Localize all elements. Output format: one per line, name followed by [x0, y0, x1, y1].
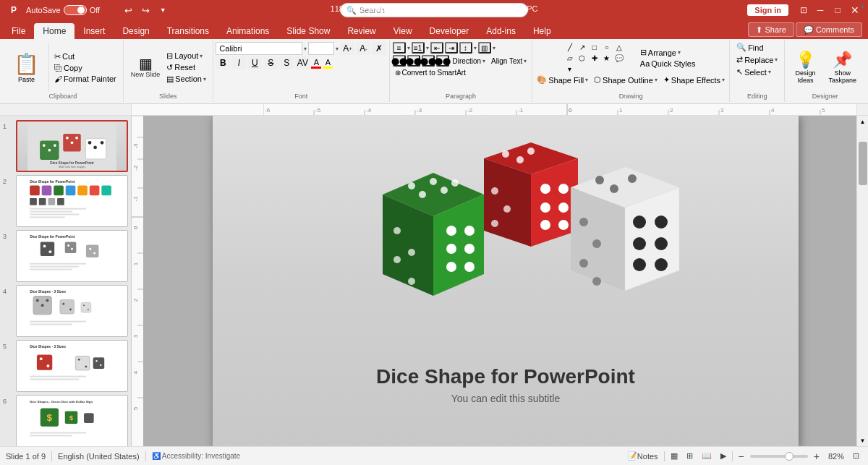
share-button[interactable]: ⬆ Share	[748, 22, 793, 37]
slide-item-2[interactable]: 2 Dice Shape for PowerPoint	[3, 175, 128, 227]
copy-button[interactable]: ⿻ Copy	[52, 63, 119, 73]
shapes-more[interactable]: ▾	[564, 64, 576, 74]
scroll-up-button[interactable]: ▲	[857, 116, 869, 127]
bold-button[interactable]: B	[216, 56, 230, 69]
tab-file[interactable]: File	[3, 23, 34, 39]
shape-line[interactable]: ╱	[564, 42, 576, 52]
slide-canvas[interactable]: Dice Shape for PowerPoint You can edit t…	[213, 116, 799, 446]
scroll-thumb[interactable]	[859, 142, 867, 185]
show-taskpane-button[interactable]: 📌 ShowTaskpane	[824, 49, 861, 85]
fit-slide-button[interactable]: ⊡	[850, 451, 862, 461]
cut-button[interactable]: ✂ Cut	[52, 51, 119, 62]
tab-view[interactable]: View	[385, 23, 421, 39]
slide-item-6[interactable]: 6 Dice Shapes - Green Dice with Dollar S…	[3, 395, 128, 446]
shape-fill-button[interactable]: 🎨 Shape Fill ▾	[535, 74, 590, 85]
increase-font-button[interactable]: A+	[340, 42, 354, 55]
autosave-toggle[interactable]	[64, 5, 87, 15]
customize-qat-button[interactable]: ▼	[156, 4, 169, 17]
shape-tri[interactable]: △	[613, 42, 625, 52]
align-text-button[interactable]: Align Text ▾	[489, 56, 529, 66]
maximize-button[interactable]: □	[830, 3, 845, 17]
zoom-in-button[interactable]: +	[811, 450, 822, 463]
char-spacing-button[interactable]: AV	[295, 56, 310, 69]
slide-text-area[interactable]: Dice Shape for PowerPoint You can edit t…	[213, 365, 799, 404]
line-spacing-dropdown[interactable]: ▾	[474, 45, 477, 51]
format-painter-button[interactable]: 🖌 Format Painter	[52, 74, 119, 84]
replace-button[interactable]: ⇄ Replace ▾	[734, 54, 780, 65]
undo-button[interactable]: ↩	[122, 4, 135, 17]
zoom-out-button[interactable]: −	[736, 450, 747, 463]
arrange-button[interactable]: ⊟ Arrange ▾	[638, 47, 698, 58]
font-name-dropdown[interactable]: ▾	[304, 46, 307, 52]
tab-slideshow[interactable]: Slide Show	[278, 23, 339, 39]
align-left-button[interactable]: ⬤⬤	[393, 55, 406, 67]
restore-window-icon[interactable]: ⊡	[797, 4, 810, 17]
reset-button[interactable]: ↺ Reset	[164, 62, 208, 73]
shape-rect[interactable]: □	[589, 42, 600, 52]
slide-thumb-3[interactable]: Dice Shape for PowerPoint	[16, 230, 128, 282]
ribbon-collapse-button[interactable]: ▲	[859, 1, 867, 9]
underline-button[interactable]: U	[247, 56, 262, 69]
line-spacing-button[interactable]: ↕	[459, 42, 472, 54]
minimize-button[interactable]: ─	[813, 3, 827, 17]
tab-insert[interactable]: Insert	[75, 23, 114, 39]
slide-thumb-6[interactable]: Dice Shapes - Green Dice with Dollar Sig…	[16, 395, 128, 446]
shape-hex[interactable]: ⬡	[576, 53, 588, 63]
increase-indent-button[interactable]: ⇥	[445, 42, 458, 54]
decrease-font-button[interactable]: A-	[356, 42, 370, 55]
zoom-slider[interactable]	[750, 455, 808, 458]
text-direction-button[interactable]: Direction ▾	[451, 56, 488, 66]
slide-item-5[interactable]: 5 Dice Shapes - 3 Sizes	[3, 340, 128, 392]
signin-button[interactable]: Sign in	[747, 4, 788, 16]
slide-item-3[interactable]: 3 Dice Shape for PowerPoint	[3, 230, 128, 282]
layout-button[interactable]: ⊟ Layout ▾	[164, 51, 208, 61]
shape-arrow[interactable]: ↗	[576, 42, 588, 52]
comments-button[interactable]: 💬 Comments	[796, 22, 862, 37]
shape-ellipse[interactable]: ○	[601, 42, 613, 52]
save-button[interactable]	[104, 4, 117, 17]
quick-styles-button[interactable]: Aa Quick Styles	[638, 59, 698, 69]
convert-smartart-button[interactable]: ⊛ Convert to SmartArt	[393, 68, 468, 77]
slideshow-button[interactable]: ▶	[718, 451, 729, 461]
paste-button[interactable]: 📋 Paste	[7, 50, 46, 85]
section-button[interactable]: ▤ Section ▾	[164, 74, 208, 85]
tab-review[interactable]: Review	[339, 23, 384, 39]
justify-button[interactable]: ⬤⬤	[436, 55, 449, 67]
zoom-slider-thumb[interactable]	[785, 452, 793, 461]
shape-para[interactable]: ▱	[564, 53, 576, 63]
shape-cross[interactable]: ✚	[589, 53, 600, 63]
align-right-button[interactable]: ⬤⬤	[422, 55, 435, 67]
shape-effects-button[interactable]: ✦ Shape Effects ▾	[661, 74, 727, 85]
align-center-button[interactable]: ⬤⬤	[407, 55, 420, 67]
bullets-button[interactable]: ≡	[393, 42, 406, 54]
reading-view-button[interactable]: 📖	[699, 451, 715, 461]
font-size-dropdown[interactable]: ▾	[336, 46, 339, 52]
new-slide-button[interactable]: ▦ New Slide	[128, 55, 163, 80]
scroll-down-button[interactable]: ▼	[857, 435, 869, 446]
decrease-indent-button[interactable]: ⇤	[430, 42, 443, 54]
numbering-button[interactable]: ≡1	[412, 42, 425, 54]
canvas-area[interactable]: Dice Shape for PowerPoint You can edit t…	[143, 116, 868, 446]
font-name-input[interactable]	[216, 42, 302, 55]
design-ideas-button[interactable]: 💡 DesignIdeas	[789, 49, 821, 85]
select-button[interactable]: ↖ Select ▾	[734, 67, 773, 77]
shape-outline-button[interactable]: ⬡ Shape Outline ▾	[592, 74, 660, 85]
italic-button[interactable]: I	[231, 56, 246, 69]
slide-title[interactable]: Dice Shape for PowerPoint	[213, 365, 799, 388]
font-size-input[interactable]	[308, 42, 334, 55]
tab-help[interactable]: Help	[524, 23, 560, 39]
slide-item-4[interactable]: 4 Dice Shapes - 3 Sizes	[3, 285, 128, 337]
text-shadow-button[interactable]: S	[279, 56, 294, 69]
tab-home[interactable]: Home	[34, 23, 75, 39]
tab-transitions[interactable]: Transitions	[158, 23, 218, 39]
tab-developer[interactable]: Developer	[421, 23, 478, 39]
tab-design[interactable]: Design	[114, 23, 158, 39]
slide-subtitle[interactable]: You can edit this subtitle	[213, 393, 799, 404]
slide-item-1[interactable]: 1	[3, 120, 128, 172]
slide-thumb-5[interactable]: Dice Shapes - 3 Sizes	[16, 340, 128, 392]
find-button[interactable]: 🔍 Find	[734, 42, 765, 53]
columns-button[interactable]: ▥	[478, 42, 491, 54]
bullets-dropdown[interactable]: ▾	[407, 45, 410, 51]
slide-sorter-button[interactable]: ⊞	[684, 451, 696, 461]
strikethrough-button[interactable]: S	[263, 56, 278, 69]
